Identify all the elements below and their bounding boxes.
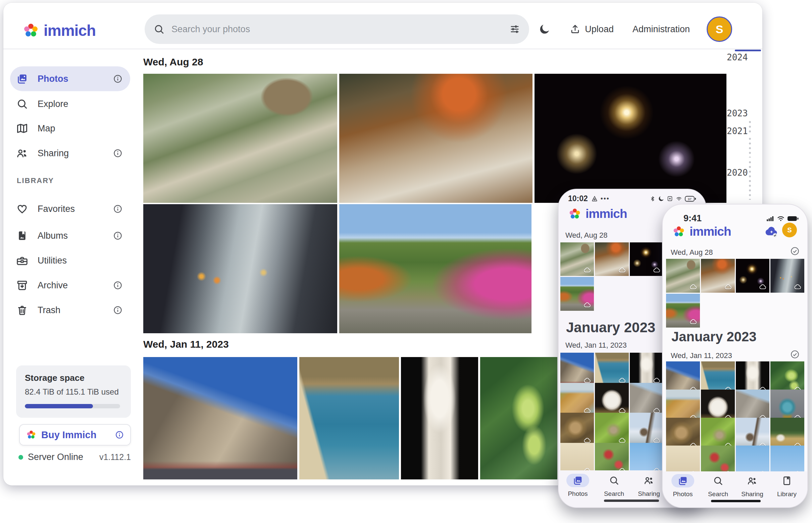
photo-coast[interactable] (299, 357, 399, 480)
date-group-header: Wed, Jan 11, 2023 (565, 341, 627, 350)
sidebar-item-label: Trash (38, 305, 61, 315)
photo-fireworks[interactable] (535, 74, 726, 203)
photo-coast[interactable] (595, 353, 628, 386)
photo-hands[interactable] (143, 204, 337, 333)
people-icon (16, 147, 28, 159)
photo-castle[interactable] (560, 353, 594, 386)
nav-item-library[interactable]: Library (770, 475, 804, 498)
timeline-scrubber-indicator[interactable] (735, 50, 761, 51)
user-avatar[interactable]: S (707, 16, 732, 42)
search-input[interactable] (171, 24, 509, 35)
sidebar-item-label: Favorites (38, 204, 75, 214)
administration-link[interactable]: Administration (630, 24, 692, 35)
select-all-check-icon[interactable] (790, 349, 800, 359)
photo-fireworks[interactable] (736, 259, 770, 293)
sidebar-item-albums[interactable]: Albums (10, 223, 130, 248)
buy-immich-button[interactable]: Buy Immich (19, 424, 131, 446)
nav-item-search[interactable]: Search (701, 475, 735, 498)
map-icon (16, 122, 28, 134)
photo-zoo[interactable] (143, 74, 337, 203)
photo-cream[interactable] (666, 446, 700, 473)
library-icon (781, 475, 792, 486)
photo-fireworks[interactable] (630, 242, 663, 276)
info-icon[interactable] (113, 280, 123, 290)
photo-ruin[interactable] (630, 383, 663, 416)
info-icon[interactable] (113, 148, 123, 158)
upload-button[interactable]: Upload (567, 23, 616, 35)
photo-sky[interactable] (771, 446, 804, 473)
photo-autumn[interactable] (666, 294, 700, 327)
nav-label: Library (770, 490, 804, 498)
user-avatar[interactable]: S (782, 222, 797, 237)
select-all-check-icon[interactable] (790, 246, 800, 256)
photos-icon (572, 475, 583, 486)
sidebar-item-explore[interactable]: Explore (10, 92, 130, 116)
app-logo[interactable]: immich (22, 21, 96, 39)
photo-sky[interactable] (736, 446, 770, 473)
storage-progress-bar (25, 404, 120, 408)
shield-icon (591, 196, 598, 202)
photo-bust_dark[interactable] (401, 357, 478, 480)
photo-cliff[interactable] (560, 383, 594, 416)
nav-item-photos[interactable]: Photos (666, 475, 699, 498)
sidebar-item-archive[interactable]: Archive (10, 273, 130, 298)
info-icon[interactable] (113, 74, 123, 84)
status-time: 9:41 (684, 213, 702, 223)
sidebar-item-utilities[interactable]: Utilities (10, 248, 130, 273)
nav-item-photos[interactable]: Photos (561, 475, 594, 498)
server-version: v1.112.1 (99, 452, 131, 462)
photo-bust_dark[interactable] (630, 353, 663, 386)
album-icon (16, 230, 28, 242)
photo-dinner[interactable] (701, 259, 735, 293)
nav-item-sharing[interactable]: Sharing (736, 475, 769, 498)
info-icon[interactable] (113, 204, 123, 214)
timeline-dots (748, 137, 751, 158)
nav-item-sharing[interactable]: Sharing (632, 475, 666, 498)
photo-cream[interactable] (560, 443, 594, 472)
info-icon[interactable] (113, 231, 123, 241)
filter-sliders-icon[interactable] (509, 23, 520, 35)
timeline-year-2021[interactable]: 2021 (727, 126, 759, 136)
photo-sky[interactable] (630, 443, 663, 472)
photo-winter[interactable] (630, 413, 663, 446)
sidebar-item-sharing[interactable]: Sharing (10, 141, 130, 166)
photo-zoo[interactable] (560, 242, 594, 276)
timeline-year-2020[interactable]: 2020 (727, 168, 759, 178)
photo-castle[interactable] (143, 357, 297, 480)
sidebar-item-label: Utilities (38, 255, 67, 266)
page: immich (0, 0, 812, 523)
photo-dinner[interactable] (595, 242, 628, 276)
photo-bust_white[interactable] (595, 383, 628, 416)
info-icon[interactable] (113, 305, 123, 315)
search-bar[interactable] (144, 14, 529, 44)
nav-item-search[interactable]: Search (597, 475, 631, 498)
storage-space-card: Storage space 82.4 TiB of 115.1 TiB used (16, 365, 131, 418)
photo-flowers[interactable] (595, 443, 628, 472)
sidebar-item-label: Sharing (38, 148, 69, 159)
sidebar-item-trash[interactable]: Trash (10, 298, 130, 323)
photo-autumn[interactable] (339, 204, 532, 333)
timeline-year-2023[interactable]: 2023 (727, 108, 759, 118)
photo-autumn[interactable] (560, 277, 594, 310)
sidebar-item-photos[interactable]: Photos (10, 66, 130, 91)
sidebar-item-favorites[interactable]: Favorites (10, 196, 130, 221)
photo-zoo[interactable] (666, 259, 700, 293)
photo-lizard1[interactable] (560, 413, 594, 446)
info-icon[interactable] (115, 430, 124, 439)
timeline-year-2024[interactable]: 2024 (727, 52, 759, 62)
cloud-backup-icon[interactable] (765, 225, 779, 239)
immich-logo-icon (568, 207, 582, 221)
date-group-header: Wed, Aug 28 (143, 56, 203, 68)
photo-hands[interactable] (771, 259, 804, 293)
cellular-signal-icon (766, 216, 774, 222)
trash-icon (16, 304, 28, 316)
moon-icon (538, 23, 551, 35)
photo-lizard2[interactable] (595, 413, 628, 446)
photo-flowers[interactable] (701, 446, 735, 473)
sidebar-item-map[interactable]: Map (10, 116, 130, 141)
theme-toggle-button[interactable] (537, 23, 553, 36)
photo-dinner[interactable] (339, 74, 533, 203)
photo-berries[interactable] (480, 357, 557, 480)
avatar-initial: S (787, 226, 792, 234)
photo-grid (666, 259, 804, 327)
